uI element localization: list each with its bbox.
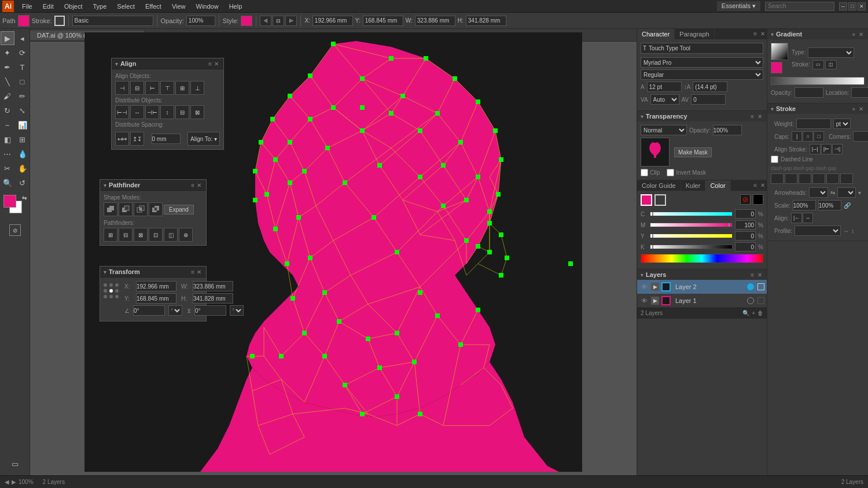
divide-btn[interactable]: ⊞ — [104, 228, 117, 242]
fill-color-swatch[interactable] — [641, 194, 652, 206]
transform-angle1-input[interactable] — [133, 305, 165, 316]
layer-2-row[interactable]: 👁 ▶ Layer 2 — [637, 280, 767, 294]
touch-type-tool-btn[interactable]: T Touch Type Tool — [641, 43, 763, 54]
menu-effect[interactable]: Effect — [141, 2, 166, 11]
menu-window[interactable]: Window — [192, 2, 223, 11]
round-cap-btn[interactable]: ○ — [803, 131, 813, 142]
arrowhead-options-btn[interactable]: ▾ — [858, 190, 861, 196]
layer-1-visibility[interactable]: 👁 — [639, 296, 649, 305]
dist-left-btn[interactable]: ⊢⊣ — [115, 105, 129, 119]
menu-file[interactable]: File — [17, 2, 37, 11]
stroke-expand-btn[interactable]: » — [851, 106, 856, 112]
transform-panel-close-btn[interactable]: ✕ — [196, 269, 203, 275]
gradient-expand-btn[interactable]: » — [851, 31, 856, 38]
dash-input-1[interactable] — [771, 173, 784, 184]
stroke-inline-btn[interactable]: ▭ — [812, 60, 824, 69]
layer-2-visibility[interactable]: 👁 — [639, 282, 649, 291]
zoom-tool[interactable]: 🔍 — [1, 176, 14, 190]
outline-btn[interactable]: ◫ — [164, 228, 178, 242]
kerning-select[interactable]: Auto — [650, 94, 679, 105]
scissors-tool[interactable]: ✂ — [1, 161, 14, 175]
type-tool[interactable]: T — [16, 60, 30, 74]
graph-tool[interactable]: 📊 — [16, 118, 30, 132]
layers-panel-header[interactable]: ▾ Layers ≡ ✕ — [637, 269, 767, 280]
profile-flip-btn[interactable]: ↔ — [843, 228, 849, 234]
warp-tool[interactable]: ~ — [1, 118, 14, 132]
dashed-line-checkbox[interactable] — [771, 156, 778, 163]
stroke-panel-header[interactable]: ▾ Stroke » ✕ — [767, 103, 868, 114]
stroke-outside-btn[interactable]: ◫ — [825, 60, 837, 69]
gradient-close-btn[interactable]: ✕ — [858, 31, 865, 38]
align-panel-menu-btn[interactable]: ≡ — [207, 61, 213, 67]
weight-input[interactable] — [796, 119, 831, 129]
y-coord[interactable] — [363, 16, 403, 26]
font-style-select[interactable]: Regular — [641, 69, 763, 80]
w-coord[interactable] — [415, 16, 455, 26]
tracking-input[interactable] — [691, 94, 726, 105]
exclude-btn[interactable] — [149, 202, 163, 216]
dash-input-2[interactable] — [799, 173, 811, 184]
scale-tool[interactable]: ⤡ — [16, 103, 30, 117]
ref-tc[interactable] — [109, 283, 113, 287]
magic-wand-tool[interactable]: ✦ — [1, 46, 14, 60]
layers-delete-btn[interactable]: 🗑 — [757, 310, 763, 316]
k-value-input[interactable] — [735, 242, 756, 252]
color-guide-tab[interactable]: Color Guide — [637, 180, 681, 191]
transform-angle2-unit[interactable]: ° — [230, 305, 244, 316]
dist-center-h-btn[interactable]: ↔ — [130, 105, 144, 119]
layers-close-btn[interactable]: ✕ — [756, 272, 763, 278]
ref-bl[interactable] — [104, 295, 107, 298]
menu-type[interactable]: Type — [89, 2, 112, 11]
transparency-close-btn[interactable]: ✕ — [756, 113, 763, 120]
layers-menu-btn[interactable]: ≡ — [749, 272, 755, 278]
color-close-btn[interactable]: ✕ — [759, 180, 767, 191]
paragraph-tab[interactable]: Paragraph — [675, 29, 714, 39]
swap-colors-btn[interactable]: ⇆ — [22, 195, 27, 201]
ref-br[interactable] — [115, 295, 119, 298]
minus-front-btn[interactable] — [119, 202, 133, 216]
gap-input-1[interactable] — [785, 173, 797, 184]
artboard-tool[interactable]: ▭ — [8, 457, 22, 471]
zoom-in-btn[interactable]: ▶ — [12, 479, 16, 485]
menu-object[interactable]: Object — [60, 2, 87, 11]
gradient-panel-header[interactable]: ▾ Gradient » ✕ — [767, 29, 868, 39]
direct-selection-tool[interactable]: ◂ — [16, 31, 30, 45]
color-tab[interactable]: Color — [705, 180, 730, 191]
arrowhead-end-select[interactable] — [837, 187, 856, 198]
layer-1-target[interactable] — [747, 297, 754, 304]
pencil-tool[interactable]: ✏ — [16, 89, 30, 103]
rotate2-tool[interactable]: ↺ — [16, 176, 30, 190]
mesh-tool[interactable]: ⊞ — [16, 132, 30, 146]
rotate-tool[interactable]: ↻ — [1, 103, 14, 117]
transform-angle1-unit[interactable]: ° — [168, 305, 182, 316]
transform-w-input[interactable] — [193, 281, 233, 291]
transparency-menu-btn[interactable]: ≡ — [749, 113, 755, 120]
align-right-icon[interactable]: ⫸ — [285, 16, 297, 26]
dist-middle-v-btn[interactable]: ⊟ — [175, 105, 189, 119]
font-select[interactable]: Myriad Pro — [641, 57, 763, 68]
transform-angle2-input[interactable] — [194, 305, 226, 316]
clip-checkbox[interactable] — [641, 169, 648, 176]
foreground-color-swatch[interactable] — [3, 195, 16, 208]
pathfinder-panel-close-btn[interactable]: ✕ — [196, 182, 203, 188]
grad-opacity-input[interactable] — [795, 87, 823, 98]
ref-mc[interactable] — [109, 289, 113, 293]
none-swatch[interactable]: ⊘ — [740, 194, 751, 205]
transform-panel-header[interactable]: ▾ Transform ≡ ✕ — [100, 267, 206, 278]
hand-tool[interactable]: ✋ — [16, 161, 30, 175]
align-panel-close-btn[interactable]: ✕ — [213, 61, 220, 67]
layer-2-target[interactable] — [747, 283, 754, 290]
invert-mask-checkbox[interactable] — [667, 169, 674, 176]
dash-input-3[interactable] — [826, 173, 839, 184]
arrowhead-start-select[interactable] — [809, 187, 827, 198]
rect-tool[interactable]: □ — [16, 75, 30, 88]
blend-tool[interactable]: ⋯ — [1, 147, 14, 161]
align-center-h-btn[interactable]: ⊟ — [130, 81, 144, 95]
selection-tool[interactable]: ▶ — [1, 31, 14, 45]
style-swatch[interactable] — [241, 16, 252, 26]
align-to-btn[interactable]: Align To: ▾ — [187, 132, 220, 146]
gap-input-3[interactable] — [840, 173, 853, 184]
profile-flip-v-btn[interactable]: ↕ — [851, 228, 854, 234]
align-mid-btn[interactable]: ↔ — [803, 213, 813, 223]
intersect-btn[interactable] — [134, 202, 148, 216]
